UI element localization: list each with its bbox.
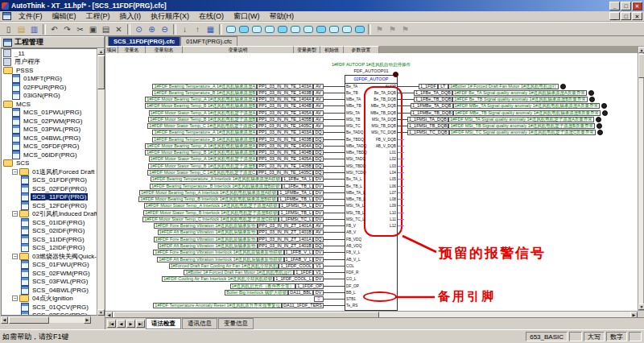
zoom-out-icon[interactable]: ⊖ <box>159 23 171 35</box>
minimize-button[interactable]: _ <box>609 2 620 10</box>
child-minimize-button[interactable]: _ <box>609 12 620 20</box>
tree-item-scs_12fdf-prg-[interactable]: SCS_12FDF(PRG) <box>2 201 98 210</box>
tree-item-mcs_01pwu-prg-[interactable]: MCS_01PWU(PRG) <box>2 109 98 118</box>
input-signal-row[interactable]: 1#FDF Motor Stator Temp_A Interlock 1#送风… <box>144 203 345 209</box>
input-signal-row[interactable]: Boiler Big Interlock 锅炉大联锁DA11_BBLDV <box>225 290 345 295</box>
block-tool-4-icon[interactable] <box>263 23 275 35</box>
menu-item[interactable]: 文件(F) <box>14 11 47 22</box>
tree-item-03ign-prg-[interactable]: 03IGN(PRG) <box>2 92 98 101</box>
canvas-vertical-scrollbar[interactable]: ▲ ▼ <box>638 46 644 311</box>
tree-item-mcs_02pwm-prg-[interactable]: MCS_02PWM(PRG) <box>2 117 98 126</box>
tree-item-mcs_03pwl-prg-[interactable]: MCS_03PWL(PRG) <box>2 126 98 134</box>
block-tool-1-icon[interactable] <box>225 23 237 35</box>
input-signal-row[interactable]: 1#FDF Fore Bearing Vibration 1#送风机前轴承振动P… <box>154 237 345 242</box>
input-signal-row[interactable]: 1#FDF Motor Stator Temp_B 1#送风机电机定子温度BPP… <box>148 163 345 169</box>
input-signal-row[interactable]: 1#Forced Draft Fan Cooling Air Fan 1#送风机… <box>169 263 345 269</box>
tab-01mft[interactable]: 01MFT(PRG).cfc <box>180 36 237 46</box>
restore-button[interactable]: □ <box>621 2 631 10</box>
tree-item-scs_02fwm-prg-[interactable]: SCS_02FWM(PRG) <box>2 269 98 278</box>
tab-nav-button[interactable]: |◀ <box>107 320 116 328</box>
output-signal-row[interactable]: 1_1FMSt_TB_DQB1#FDF MSt_TB Signal qualit… <box>398 123 602 129</box>
scroll-left-icon[interactable]: ◀ <box>1 316 8 324</box>
output-tab-2[interactable]: 变量信息 <box>218 318 254 329</box>
cfc-canvas[interactable]: 1#FDF AUTOOP 1#送风机自动启停操作 FDF_AUTOOP01 02… <box>105 53 638 311</box>
redo-icon[interactable]: ↷ <box>61 23 73 35</box>
paste-icon[interactable]: ▤ <box>100 23 112 35</box>
online-monitor-icon[interactable]: ▦ <box>204 23 217 35</box>
menu-item[interactable]: 帮助(H) <box>265 11 299 22</box>
tree-item-02-induced-draft[interactable]: −02引风机Induced Draft <box>2 210 98 219</box>
find-icon[interactable]: ⊙ <box>133 23 145 35</box>
tree-item-02fpur-prg-[interactable]: 02FPUR(PRG) <box>2 83 98 92</box>
scroll-down-icon[interactable]: ▼ <box>638 304 644 310</box>
child-close-button[interactable]: ✕ <box>632 12 642 20</box>
grid-column-header[interactable]: 项目 <box>105 46 118 53</box>
tree-item-scs_01fdf-prg-[interactable]: SCS_01FDF(PRG) <box>2 176 98 185</box>
input-signal-row[interactable]: 1#FDF Aft Bearing Vibration 1#送风机后轴承振动PP… <box>158 243 345 249</box>
input-signal-row[interactable]: 1#FDF Bearing Temperature_A Interlock 1#… <box>151 176 345 182</box>
block-tool-9-icon[interactable] <box>328 23 340 35</box>
tree-item-03-quick-cl[interactable]: −03燃烧器快关阀Quick-cl <box>2 252 98 261</box>
menu-item[interactable]: 执行顺序(X) <box>146 11 194 22</box>
input-signal-row[interactable]: 1#FDF Bearing Temperature_B 1#送风机轴承温度BPP… <box>152 137 345 143</box>
delete-icon[interactable]: ✕ <box>113 23 125 35</box>
input-signal-row[interactable]: 1#FDF Motor Bearing Temp_A 1#送风机电机轴承温度AP… <box>145 97 345 102</box>
block-tool-6-icon[interactable] <box>289 23 301 35</box>
scroll-down-icon[interactable]: ▼ <box>97 309 105 316</box>
menu-item[interactable]: 窗口(W) <box>229 11 265 22</box>
grid-column-header[interactable]: 变量说明 <box>183 46 294 53</box>
input-signal-row[interactable]: 1#FDF Motor Stator Temp_C 1#送风机电机定子温度CPP… <box>147 123 345 129</box>
tree-item-scs_02fdf-prg-[interactable]: SCS_02FDF(PRG) <box>2 184 98 193</box>
input-signal-row[interactable]: 1#FDF Motor Stator Temp_A 1#送风机电机定子温度APP… <box>149 110 345 116</box>
new-file-icon[interactable]: ▯ <box>2 23 14 35</box>
input-signal-row[interactable]: 1#FDF Motor Bearing Temp_B 1#送风机电机轴承温度BP… <box>145 150 345 155</box>
tree-item-04-ignition[interactable]: −04点火Ignition <box>2 295 98 304</box>
output-signal-row[interactable]: 1_1FBe_TB_DQB1#FDF Be_TB Signal quality … <box>398 97 595 102</box>
undo-icon[interactable]: ↶ <box>48 23 60 35</box>
canvas-horizontal-scrollbar[interactable]: ◀ ▶ <box>105 311 638 317</box>
tree-expander-icon[interactable]: − <box>12 254 18 259</box>
scroll-right-icon[interactable]: ▶ <box>84 316 91 324</box>
input-signal-row[interactable]: 1#FDF Temperature Anomaly Reset 1#送风机温升异… <box>153 303 345 308</box>
tab-nav-button[interactable]: ▶ <box>126 320 135 328</box>
tree-expander-icon[interactable]: − <box>12 211 18 217</box>
grid-column-header[interactable]: 变量类型 <box>294 46 320 53</box>
scrollbar-thumb[interactable] <box>638 54 644 78</box>
scroll-up-icon[interactable]: ▲ <box>638 47 644 53</box>
tree-item-01mft-prg-[interactable]: 01MFT(PRG) <box>2 75 98 84</box>
input-signal-row[interactable]: 1#FDF Bearing Temperature_A 1#送风机轴承温度APP… <box>152 130 345 135</box>
tree-item-_11[interactable]: _11 <box>2 49 98 58</box>
output-signal-row[interactable]: 1_1FMBe_TA_DQB1#FDF MBe_TA Signal qualit… <box>398 103 607 109</box>
tree-item-mcs_04bwl-prg-[interactable]: MCS_04BWL(PRG) <box>2 134 98 143</box>
scrollbar-thumb[interactable] <box>9 316 49 324</box>
cut-icon[interactable]: ✂ <box>74 23 86 35</box>
child-restore-button[interactable]: □ <box>621 12 631 20</box>
input-signal-row[interactable]: 1#FDF Aft Bearing Vibration Interlock 1#… <box>157 257 345 262</box>
tab-scs-11fdf[interactable]: SCS_11FDF(PRG).cfc <box>108 36 180 46</box>
zoom-in-icon[interactable]: ⊕ <box>146 23 158 35</box>
close-button[interactable]: ✕ <box>632 2 642 10</box>
input-signal-row[interactable]: 1#FDF Motor Bearing Temp_B 1#送风机电机轴承温度BP… <box>145 103 345 109</box>
input-signal-row[interactable]: 1#FDF Aft Bearing Vibration 1#送风机后轴承振动PP… <box>158 229 345 235</box>
tree-item-psss[interactable]: PSSS <box>2 66 98 75</box>
menu-item[interactable]: 在线(O) <box>194 11 229 22</box>
open-file-icon[interactable]: ▤ <box>15 23 27 35</box>
output-signal-row[interactable]: 1_1FMBe_TB_DQB1#FDF MBe_TB Signal qualit… <box>398 110 608 116</box>
output-signal-row[interactable]: 1_1FBe_TA_DQB1#FDF Be_TA Signal quality … <box>398 90 594 96</box>
tree-item-scs[interactable]: SCS <box>2 159 98 168</box>
input-signal-row[interactable]: 1#送风机启允许（条件齐全等）1_1FDF_OP <box>230 283 345 289</box>
tree-item-scs_12idf-prg-[interactable]: SCS_12IDF(PRG) <box>2 244 98 253</box>
tree-item-scs_11fdf-prg-[interactable]: SCS_11FDF(PRG) <box>2 193 98 202</box>
grid-column-header[interactable]: 初始值 <box>320 46 344 53</box>
input-signal-row[interactable]: 1#Boiler 1# Forced Draft Fan Motor 1#送风机… <box>184 270 345 275</box>
tree-item-mcs_06idf-prg-[interactable]: MCS_06IDF(PRG) <box>2 151 98 159</box>
input-signal-row[interactable]: 1#FDF Motor Bearing Temp_B Interlock 1#送… <box>138 196 345 202</box>
tree-item--[interactable]: 用户程序 <box>2 58 98 67</box>
block-tool-10-icon[interactable] <box>341 23 353 35</box>
grid-column-header[interactable]: 变量别名 <box>146 46 183 53</box>
block-tool-11-icon[interactable] <box>353 23 365 35</box>
tree-item-01-forced-draft-f[interactable]: −01送风机Forced Draft F <box>2 167 98 176</box>
upload-icon[interactable]: ↑ <box>192 23 204 35</box>
input-signal-row[interactable]: 1#FDF Motor Stator Temp_B Interlock 1#送风… <box>143 210 345 216</box>
tree-item-scs_11idf-prg-[interactable]: SCS_11IDF(PRG) <box>2 235 98 244</box>
